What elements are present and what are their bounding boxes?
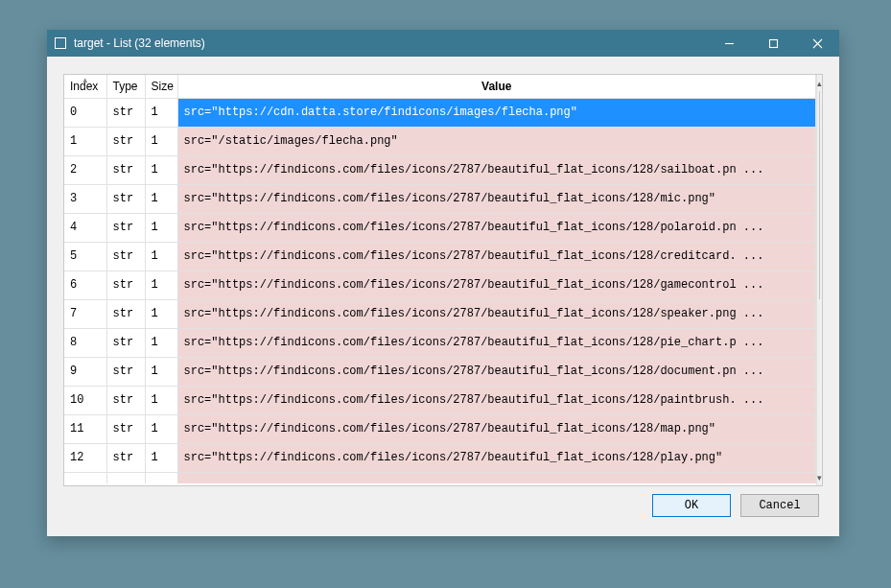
cell-size[interactable]: 1	[145, 127, 177, 155]
cell-type[interactable]: str	[106, 386, 145, 414]
sort-asc-icon: ▲	[82, 76, 89, 84]
cell-value[interactable]: src="https://findicons.com/files/icons/2…	[177, 357, 816, 386]
cell-index[interactable]: 6	[64, 270, 106, 299]
cell-index[interactable]: 12	[64, 443, 106, 472]
cell-type[interactable]: str	[106, 328, 145, 357]
cancel-button[interactable]: Cancel	[740, 494, 819, 517]
header-type-label: Type	[113, 80, 138, 93]
table-row[interactable]: 8str1src="https://findicons.com/files/ic…	[64, 328, 816, 357]
cell-size[interactable]: 1	[145, 213, 177, 242]
cell-type[interactable]: str	[106, 98, 145, 127]
window-title: target - List (32 elements)	[74, 36, 205, 50]
cell-size[interactable]: 1	[145, 299, 177, 328]
cell-value[interactable]: src="https://findicons.com/files/icons/2…	[177, 299, 816, 328]
cell-type[interactable]: str	[106, 299, 145, 328]
table-row[interactable]: 1str1src="/static/images/flecha.png"	[64, 127, 816, 155]
dialog-footer: OK Cancel	[63, 486, 823, 525]
cell-type[interactable]: str	[106, 242, 145, 270]
table-row[interactable]: 9str1src="https://findicons.com/files/ic…	[64, 357, 816, 386]
minimize-button[interactable]	[707, 30, 751, 57]
cell-size[interactable]: 1	[145, 386, 177, 414]
cell-type[interactable]: str	[106, 184, 145, 213]
cell-type[interactable]: str	[106, 270, 145, 299]
table-row	[64, 472, 816, 483]
titlebar[interactable]: target - List (32 elements)	[47, 30, 839, 57]
cell-index[interactable]: 1	[64, 127, 106, 155]
cell-size[interactable]: 1	[145, 98, 177, 127]
maximize-button[interactable]	[751, 30, 795, 57]
cell-index[interactable]: 9	[64, 357, 106, 386]
cell-value[interactable]: src="https://findicons.com/files/icons/2…	[177, 213, 816, 242]
table-row[interactable]: 0str1src="https://cdn.datta.store/findic…	[64, 98, 816, 127]
dialog-window: target - List (32 elements)	[47, 30, 839, 536]
table-row[interactable]: 5str1src="https://findicons.com/files/ic…	[64, 242, 816, 270]
cell-index[interactable]: 2	[64, 155, 106, 184]
cell-value[interactable]: src="https://findicons.com/files/icons/2…	[177, 386, 816, 414]
cell-type[interactable]: str	[106, 357, 145, 386]
cell-index[interactable]: 4	[64, 213, 106, 242]
cell-size[interactable]: 1	[145, 242, 177, 270]
table-row[interactable]: 6str1src="https://findicons.com/files/ic…	[64, 270, 816, 299]
cell-type[interactable]: str	[106, 155, 145, 184]
cell-size[interactable]: 1	[145, 443, 177, 472]
header-value-label: Value	[481, 80, 511, 93]
close-button[interactable]	[795, 30, 839, 57]
cell-index[interactable]: 8	[64, 328, 106, 357]
cell-type[interactable]: str	[106, 414, 145, 443]
table-row[interactable]: 4str1src="https://findicons.com/files/ic…	[64, 213, 816, 242]
cell-index[interactable]: 0	[64, 98, 106, 127]
table-row[interactable]: 11str1src="https://findicons.com/files/i…	[64, 414, 816, 443]
svg-rect-1	[769, 39, 777, 47]
cell-size[interactable]: 1	[145, 414, 177, 443]
cell-index[interactable]: 10	[64, 386, 106, 414]
cell-value[interactable]: src="https://findicons.com/files/icons/2…	[177, 155, 816, 184]
scroll-up-arrow[interactable]: ▴	[817, 75, 822, 91]
cell-value[interactable]: src="/static/images/flecha.png"	[177, 127, 816, 155]
cell-index[interactable]: 11	[64, 414, 106, 443]
header-type[interactable]: Type	[106, 75, 145, 98]
table-row[interactable]: 10str1src="https://findicons.com/files/i…	[64, 386, 816, 414]
cell-value[interactable]: src="https://findicons.com/files/icons/2…	[177, 443, 816, 472]
app-icon	[55, 37, 66, 49]
header-index[interactable]: ▲ Index	[64, 75, 106, 98]
cell-type[interactable]: str	[106, 127, 145, 155]
header-size-label: Size	[152, 80, 174, 93]
cell-size[interactable]: 1	[145, 270, 177, 299]
cell-value[interactable]: src="https://cdn.datta.store/findicons/i…	[177, 98, 816, 127]
list-table: ▲ Index Type Size Value 0str1src="https:…	[64, 75, 816, 483]
scroll-down-arrow[interactable]: ▾	[817, 469, 822, 485]
cell-size[interactable]: 1	[145, 357, 177, 386]
cell-size[interactable]: 1	[145, 328, 177, 357]
ok-button[interactable]: OK	[652, 494, 731, 517]
scroll-track[interactable]	[817, 91, 822, 469]
header-value[interactable]: Value	[177, 75, 816, 98]
cell-size[interactable]: 1	[145, 184, 177, 213]
grid-viewport: ▲ Index Type Size Value 0str1src="https:…	[64, 75, 816, 485]
vertical-scrollbar[interactable]: ▴ ▾	[816, 75, 822, 485]
scroll-thumb[interactable]	[819, 91, 820, 299]
client-area: ▲ Index Type Size Value 0str1src="https:…	[47, 57, 839, 536]
table-row[interactable]: 12str1src="https://findicons.com/files/i…	[64, 443, 816, 472]
cell-value[interactable]: src="https://findicons.com/files/icons/2…	[177, 414, 816, 443]
grid-container: ▲ Index Type Size Value 0str1src="https:…	[63, 74, 823, 486]
cell-type[interactable]: str	[106, 443, 145, 472]
header-row: ▲ Index Type Size Value	[64, 75, 816, 98]
header-size[interactable]: Size	[145, 75, 177, 98]
cell-value[interactable]: src="https://findicons.com/files/icons/2…	[177, 328, 816, 357]
cell-index[interactable]: 7	[64, 299, 106, 328]
cell-index[interactable]: 3	[64, 184, 106, 213]
cell-value[interactable]: src="https://findicons.com/files/icons/2…	[177, 242, 816, 270]
cell-index[interactable]: 5	[64, 242, 106, 270]
table-row[interactable]: 2str1src="https://findicons.com/files/ic…	[64, 155, 816, 184]
cell-value[interactable]: src="https://findicons.com/files/icons/2…	[177, 184, 816, 213]
cell-value[interactable]: src="https://findicons.com/files/icons/2…	[177, 270, 816, 299]
table-row[interactable]: 3str1src="https://findicons.com/files/ic…	[64, 184, 816, 213]
cell-size[interactable]: 1	[145, 155, 177, 184]
cell-type[interactable]: str	[106, 213, 145, 242]
table-row[interactable]: 7str1src="https://findicons.com/files/ic…	[64, 299, 816, 328]
